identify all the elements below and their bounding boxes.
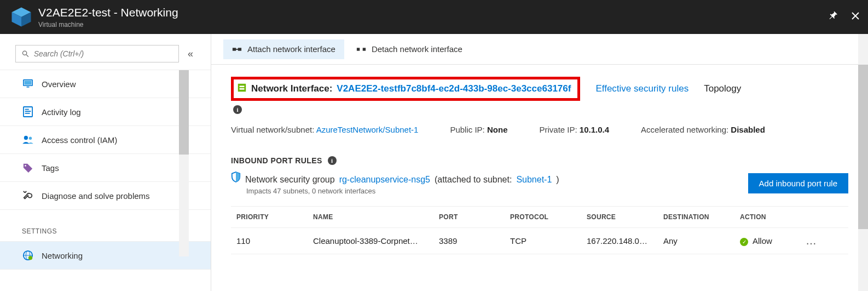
layout: « Overview Activity log Access control (… — [0, 34, 868, 291]
search-row: « — [0, 45, 211, 70]
meta-row: Virtual network/subnet: AzureTestNetwork… — [231, 114, 848, 134]
nav-list: Overview Activity log Access control (IA… — [0, 70, 211, 270]
svg-point-12 — [24, 136, 28, 140]
vn-subnet: Virtual network/subnet: AzureTestNetwork… — [231, 125, 418, 134]
sidebar-item-label: Networking — [42, 251, 83, 260]
svg-rect-10 — [25, 111, 31, 112]
table-row[interactable]: 110 Cleanuptool-3389-Corpnet… 3389 TCP 1… — [231, 228, 848, 254]
header-actions — [829, 0, 860, 34]
nsg-left: Network security group rg-cleanupservice… — [231, 172, 559, 195]
cell-destination: Any — [663, 236, 740, 246]
cell-port: 3389 — [439, 236, 510, 246]
public-ip: Public IP: None — [450, 125, 507, 134]
cell-source: 167.220.148.0… — [587, 236, 663, 246]
content: Network Interface: V2AE2E2-testfb7c8bf4-… — [211, 65, 868, 266]
svg-rect-20 — [238, 48, 241, 50]
attach-label: Attach network interface — [247, 44, 335, 54]
network-interface-highlight: Network Interface: V2AE2E2-testfb7c8bf4-… — [231, 77, 580, 101]
svg-rect-22 — [357, 48, 360, 50]
people-icon — [22, 135, 34, 145]
detach-nic-button[interactable]: Detach network interface — [348, 39, 471, 59]
effective-security-rules-link[interactable]: Effective security rules — [595, 83, 688, 94]
svg-point-13 — [29, 137, 32, 140]
add-inbound-rule-button[interactable]: Add inbound port rule — [748, 173, 848, 193]
svg-point-18 — [28, 256, 32, 260]
header-title: V2AE2E2-test - Networking — [38, 5, 178, 19]
shield-icon — [231, 172, 241, 182]
svg-rect-11 — [25, 113, 30, 114]
globe-icon — [22, 250, 34, 261]
cell-name: Cleanuptool-3389-Corpnet… — [313, 236, 439, 246]
blade-header: V2AE2E2-test - Networking Virtual machin… — [0, 0, 868, 34]
col-action[interactable]: ACTION — [740, 213, 806, 221]
svg-rect-23 — [363, 48, 366, 50]
cell-priority: 110 — [236, 236, 313, 246]
svg-rect-26 — [240, 88, 245, 90]
nic-icon — [237, 83, 247, 95]
svg-rect-24 — [238, 84, 246, 92]
svg-rect-6 — [24, 81, 31, 84]
pin-icon[interactable] — [829, 11, 838, 24]
nsg-link[interactable]: rg-cleanupservice-nsg5 — [339, 175, 430, 185]
wrench-icon — [22, 190, 34, 201]
vm-cube-icon — [10, 5, 33, 28]
vn-subnet-link[interactable]: AzureTestNetwork/Subnet-1 — [316, 125, 419, 134]
network-interface-row: Network Interface: V2AE2E2-testfb7c8bf4-… — [231, 77, 848, 101]
svg-rect-9 — [25, 109, 29, 110]
search-box[interactable] — [15, 45, 179, 62]
svg-rect-25 — [240, 85, 245, 87]
col-protocol[interactable]: PROTOCOL — [510, 213, 587, 221]
sidebar: « Overview Activity log Access control (… — [0, 34, 211, 291]
private-ip: Private IP: 10.1.0.4 — [539, 125, 609, 134]
rules-table: PRIORITY NAME PORT PROTOCOL SOURCE DESTI… — [231, 206, 848, 254]
topology-link[interactable]: Topology — [704, 83, 741, 94]
header-titles: V2AE2E2-test - Networking Virtual machin… — [38, 5, 178, 28]
attach-icon — [232, 44, 242, 54]
monitor-icon — [22, 79, 34, 89]
svg-line-4 — [26, 55, 28, 57]
nsg-row: Network security group rg-cleanupservice… — [231, 165, 848, 195]
allow-icon — [740, 238, 748, 246]
header-subtitle: Virtual machine — [38, 21, 178, 28]
cell-protocol: TCP — [510, 236, 587, 246]
cell-action: Allow — [740, 236, 806, 246]
row-menu-icon[interactable]: … — [806, 235, 828, 247]
nsg-impacts: Impacts 47 subnets, 0 network interfaces — [231, 185, 559, 195]
subnet-link[interactable]: Subnet-1 — [516, 175, 552, 185]
col-port[interactable]: PORT — [439, 213, 510, 221]
ni-label: Network Interface: — [251, 83, 332, 94]
sidebar-item-label: Access control (IAM) — [42, 135, 117, 145]
main: Attach network interface Detach network … — [211, 34, 868, 291]
search-input[interactable] — [34, 49, 173, 58]
collapse-icon[interactable]: « — [186, 46, 195, 62]
detach-icon — [356, 44, 366, 54]
detach-label: Detach network interface — [372, 44, 462, 54]
table-header: PRIORITY NAME PORT PROTOCOL SOURCE DESTI… — [231, 207, 848, 228]
svg-point-3 — [22, 51, 26, 55]
svg-rect-21 — [235, 49, 238, 50]
sidebar-item-label: Overview — [42, 79, 76, 89]
search-icon — [21, 49, 30, 58]
info-icon[interactable]: i — [233, 105, 242, 114]
ni-name-link[interactable]: V2AE2E2-testfb7c8bf4-ec2d-433b-98ec-3e3c… — [337, 83, 571, 94]
col-source[interactable]: SOURCE — [587, 213, 663, 221]
col-destination[interactable]: DESTINATION — [663, 213, 740, 221]
col-priority[interactable]: PRIORITY — [236, 213, 313, 221]
nav-scrollbar-thumb[interactable] — [179, 70, 189, 155]
info-icon[interactable]: i — [328, 156, 337, 165]
sidebar-item-label: Activity log — [42, 107, 81, 117]
svg-rect-19 — [233, 48, 236, 50]
sidebar-item-label: Diagnose and solve problems — [42, 191, 150, 201]
tag-icon — [22, 163, 34, 173]
inbound-rules-header: INBOUND PORT RULES i — [231, 134, 848, 165]
close-icon[interactable] — [850, 11, 860, 24]
svg-point-14 — [25, 165, 26, 167]
sidebar-item-label: Tags — [42, 163, 59, 173]
attach-nic-button[interactable]: Attach network interface — [223, 39, 344, 59]
info-icon-row: i — [231, 101, 848, 114]
col-name[interactable]: NAME — [313, 213, 439, 221]
log-icon — [22, 106, 34, 117]
toolbar: Attach network interface Detach network … — [211, 34, 868, 65]
accelerated-networking: Accelerated networking: Disabled — [641, 125, 765, 134]
